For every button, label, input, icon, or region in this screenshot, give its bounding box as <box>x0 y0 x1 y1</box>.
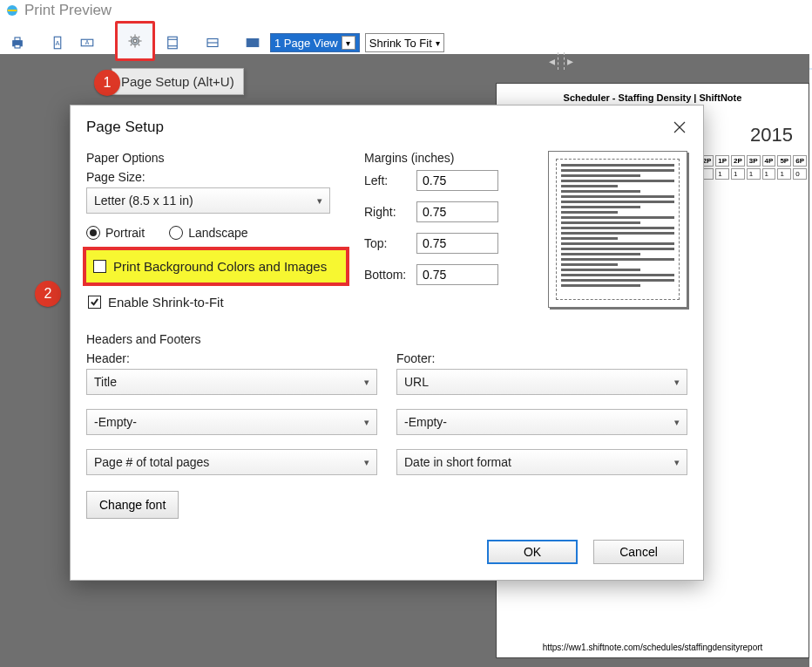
footer-select-3[interactable]: Date in short format▾ <box>396 449 687 475</box>
svg-rect-18 <box>168 37 178 49</box>
print-icon[interactable] <box>5 31 30 54</box>
portrait-icon[interactable]: A <box>45 31 70 54</box>
svg-rect-3 <box>15 44 20 48</box>
landscape-radio-label: Landscape <box>188 226 248 240</box>
shrink-fit-checkbox[interactable]: Enable Shrink-to-Fit <box>86 291 348 313</box>
ie-icon <box>5 3 19 17</box>
full-page-icon[interactable] <box>240 31 265 54</box>
preview-header-title: Scheduler - Staffing Density | ShiftNote <box>497 92 809 103</box>
preview-year: 2015 <box>750 124 793 146</box>
header-label: Header: <box>86 351 377 365</box>
headers-footers-label: Headers and Footers <box>86 332 687 346</box>
svg-point-9 <box>133 39 137 43</box>
header-select-2[interactable]: -Empty-▾ <box>86 409 377 435</box>
margin-handle-icon[interactable]: ◂▸ <box>549 52 573 70</box>
margin-top-input[interactable] <box>416 233 498 254</box>
page-thumbnail <box>548 151 687 308</box>
margin-right-label: Right: <box>364 205 416 219</box>
chevron-down-icon: ▾ <box>364 377 369 388</box>
margin-bottom-label: Bottom: <box>364 268 416 282</box>
headers-toggle-icon[interactable] <box>160 31 185 54</box>
svg-line-14 <box>131 37 132 38</box>
shrink-label: Shrink To Fit <box>369 37 432 50</box>
close-button[interactable] <box>670 118 689 137</box>
header-select-1[interactable]: Title▾ <box>86 369 377 395</box>
svg-rect-23 <box>247 39 259 47</box>
margins-label: Margins (inches) <box>364 151 520 165</box>
shrink-to-fit-select[interactable]: Shrink To Fit ▾ <box>365 33 444 52</box>
page-size-value: Letter (8.5 x 11 in) <box>94 194 193 208</box>
svg-text:A: A <box>85 39 90 45</box>
chevron-down-icon: ▾ <box>674 417 680 428</box>
preview-footer-url: https://ww1.shiftnote.com/schedules/staf… <box>497 643 809 652</box>
chevron-down-icon: ▾ <box>436 38 440 48</box>
chevron-down-icon: ▾ <box>364 457 369 468</box>
annotation-2: 2 <box>35 281 61 307</box>
shrink-fit-label: Enable Shrink-to-Fit <box>108 295 224 310</box>
print-bg-highlight: Print Background Colors and Images <box>83 247 349 286</box>
margin-left-input[interactable] <box>416 170 498 191</box>
full-width-icon[interactable] <box>200 31 225 54</box>
page-setup-dialog: Page Setup Paper Options Page Size: Lett… <box>70 105 704 581</box>
margin-left-label: Left: <box>364 174 416 187</box>
svg-text:A: A <box>55 39 59 47</box>
page-size-label: Page Size: <box>86 170 348 184</box>
page-view-select[interactable]: 1 Page View ▾ <box>270 33 360 52</box>
checkbox-icon <box>88 296 101 309</box>
page-setup-icon[interactable] <box>115 21 155 61</box>
svg-line-17 <box>139 37 140 38</box>
chevron-down-icon: ▾ <box>674 377 680 388</box>
dialog-title: Page Setup <box>86 119 164 136</box>
chevron-down-icon: ▾ <box>364 417 369 428</box>
portrait-radio[interactable]: Portrait <box>86 226 145 240</box>
print-bg-checkbox[interactable]: Print Background Colors and Images <box>91 255 341 277</box>
chevron-down-icon: ▾ <box>342 36 355 50</box>
header-select-3[interactable]: Page # of total pages▾ <box>86 449 377 475</box>
window-title: Print Preview <box>24 2 112 19</box>
svg-rect-2 <box>15 37 20 41</box>
annotation-1: 1 <box>94 70 120 96</box>
tooltip-page-setup: Page Setup (Alt+U) <box>112 68 244 95</box>
paper-options-label: Paper Options <box>86 151 348 165</box>
window-title-bar: Print Preview <box>0 0 812 21</box>
ok-button[interactable]: OK <box>487 540 578 564</box>
footer-label: Footer: <box>396 351 687 365</box>
chevron-down-icon: ▾ <box>674 457 680 468</box>
svg-line-15 <box>139 44 140 46</box>
page-view-label: 1 Page View <box>274 37 338 50</box>
portrait-radio-label: Portrait <box>105 226 145 240</box>
margin-right-input[interactable] <box>416 201 498 222</box>
margin-bottom-input[interactable] <box>416 264 498 285</box>
footer-select-1[interactable]: URL▾ <box>396 369 687 395</box>
footer-select-2[interactable]: -Empty-▾ <box>396 409 687 435</box>
page-size-select[interactable]: Letter (8.5 x 11 in) ▾ <box>86 187 330 214</box>
svg-line-16 <box>131 44 132 46</box>
checkbox-icon <box>93 260 106 273</box>
landscape-icon[interactable]: A <box>75 31 99 54</box>
chevron-down-icon: ▾ <box>317 195 322 207</box>
print-bg-label: Print Background Colors and Images <box>113 259 327 274</box>
change-font-button[interactable]: Change font <box>86 491 179 519</box>
margin-top-label: Top: <box>364 236 416 250</box>
landscape-radio[interactable]: Landscape <box>169 226 248 240</box>
cancel-button[interactable]: Cancel <box>593 540 684 564</box>
